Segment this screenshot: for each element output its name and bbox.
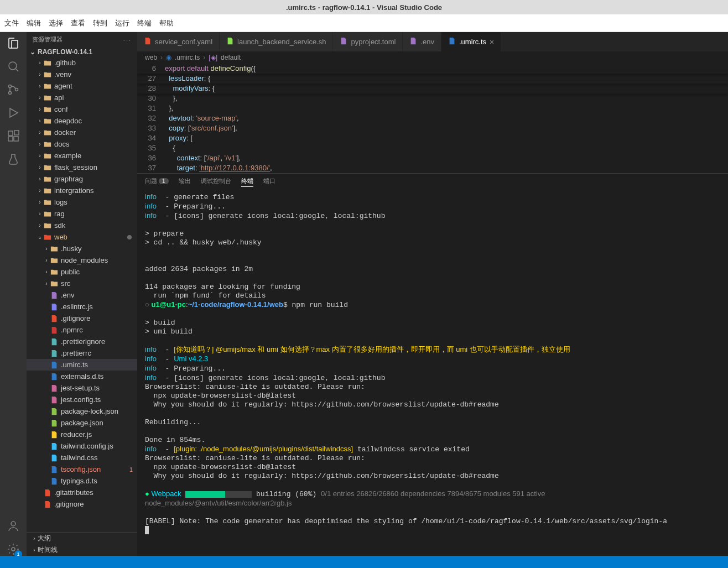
timeline-section[interactable]: ›时间线 <box>27 544 137 556</box>
folder-rag[interactable]: ›rag <box>27 208 137 220</box>
folder-docker[interactable]: ›docker <box>27 127 137 138</box>
folder-agent[interactable]: ›agent <box>27 80 137 92</box>
tab-service_conf.yaml[interactable]: service_conf.yaml <box>137 32 220 51</box>
tab-problems[interactable]: 问题1 <box>145 177 169 187</box>
tab-output[interactable]: 输出 <box>179 177 191 187</box>
folder-graphrag[interactable]: ›graphrag <box>27 173 137 185</box>
svg-point-3 <box>15 88 18 91</box>
tab-.umirc.ts[interactable]: .umirc.ts× <box>441 32 501 51</box>
terminal-output[interactable]: info - generate files info - Preparing..… <box>137 190 728 556</box>
window-titlebar: .umirc.ts - ragflow-0.14.1 - Visual Stud… <box>0 0 728 14</box>
file-tailwind.config.js[interactable]: tailwind.config.js <box>27 440 137 452</box>
folder-public[interactable]: ›public <box>27 266 137 278</box>
file-.prettierignore[interactable]: .prettierignore <box>27 336 137 347</box>
file-package.json[interactable]: package.json <box>27 417 137 429</box>
folder-sdk[interactable]: ›sdk <box>27 220 137 231</box>
menu-帮助[interactable]: 帮助 <box>159 18 174 28</box>
file-.eslintrc.js[interactable]: .eslintrc.js <box>27 301 137 312</box>
close-icon[interactable]: × <box>490 38 494 46</box>
folder-flask_session[interactable]: ›flask_session <box>27 161 137 173</box>
svg-point-0 <box>9 62 17 70</box>
svg-rect-5 <box>8 137 13 141</box>
workspace-root[interactable]: ⌄RAGFLOW-0.14.1 <box>27 47 137 57</box>
settings-icon[interactable] <box>7 543 20 556</box>
file-.gitignore[interactable]: .gitignore <box>27 312 137 324</box>
tab-debug-console[interactable]: 调试控制台 <box>201 177 231 187</box>
svg-point-2 <box>9 92 12 95</box>
explorer-title: 资源管理器 <box>32 35 63 44</box>
file-.umirc.ts[interactable]: .umirc.ts <box>27 359 137 371</box>
file-tailwind.css[interactable]: tailwind.css <box>27 452 137 463</box>
folder-.github[interactable]: ›.github <box>27 57 137 69</box>
explorer-more-icon[interactable]: ··· <box>123 37 132 43</box>
file-.gitignore[interactable]: .gitignore <box>27 498 137 510</box>
outline-section[interactable]: ›大纲 <box>27 533 137 544</box>
svg-rect-4 <box>8 131 13 136</box>
file-jest-setup.ts[interactable]: jest-setup.ts <box>27 382 137 394</box>
menu-查看[interactable]: 查看 <box>71 18 85 28</box>
menu-文件[interactable]: 文件 <box>4 18 19 28</box>
file-.npmrc[interactable]: .npmrc <box>27 324 137 336</box>
activity-bar <box>0 32 27 556</box>
folder-conf[interactable]: ›conf <box>27 103 137 115</box>
search-icon[interactable] <box>7 60 20 73</box>
menu-bar: 文件编辑选择查看转到运行终端帮助 <box>0 14 728 32</box>
folder-logs[interactable]: ›logs <box>27 196 137 208</box>
tab-.env[interactable]: .env <box>403 32 441 51</box>
explorer-icon[interactable] <box>7 37 20 50</box>
explorer-sidebar: 资源管理器··· ⌄RAGFLOW-0.14.1 ›.github›.venv›… <box>27 32 137 556</box>
svg-rect-6 <box>14 137 18 141</box>
folder-node_modules[interactable]: ›node_modules <box>27 254 137 266</box>
folder-src[interactable]: ›src <box>27 278 137 289</box>
folder-docs[interactable]: ›docs <box>27 138 137 150</box>
bottom-panel: 问题1 输出 调试控制台 终端 端口 info - generate files… <box>137 173 728 556</box>
breadcrumb[interactable]: web› ◉.umirc.ts› [◈]default <box>137 51 728 64</box>
folder-example[interactable]: ›example <box>27 150 137 161</box>
menu-终端[interactable]: 终端 <box>137 18 152 28</box>
file-reducer.js[interactable]: reducer.js <box>27 429 137 440</box>
menu-转到[interactable]: 转到 <box>93 18 107 28</box>
file-.gitattributes[interactable]: .gitattributes <box>27 487 137 498</box>
file-externals.d.ts[interactable]: externals.d.ts <box>27 371 137 382</box>
source-control-icon[interactable] <box>7 83 20 96</box>
editor-tabs: service_conf.yamllaunch_backend_service.… <box>137 32 728 51</box>
file-jest.config.ts[interactable]: jest.config.ts <box>27 394 137 405</box>
file-typings.d.ts[interactable]: typings.d.ts <box>27 475 137 487</box>
folder-api[interactable]: ›api <box>27 92 137 103</box>
testing-icon[interactable] <box>7 153 20 166</box>
extensions-icon[interactable] <box>7 129 20 143</box>
file-.prettierrc[interactable]: .prettierrc <box>27 347 137 359</box>
folder-.husky[interactable]: ›.husky <box>27 243 137 254</box>
folder-web[interactable]: ⌄web <box>27 231 137 243</box>
svg-point-8 <box>11 522 15 526</box>
file-package-lock.json[interactable]: package-lock.json <box>27 405 137 417</box>
folder-.venv[interactable]: ›.venv <box>27 69 137 80</box>
accounts-icon[interactable] <box>7 519 20 533</box>
tab-launch_backend_service.sh[interactable]: launch_backend_service.sh <box>220 32 333 51</box>
status-bar[interactable] <box>0 556 728 568</box>
folder-deepdoc[interactable]: ›deepdoc <box>27 115 137 127</box>
code-editor[interactable]: 6export default defineConfig({27 lessLoa… <box>137 64 728 173</box>
svg-point-9 <box>12 548 15 551</box>
menu-编辑[interactable]: 编辑 <box>27 18 41 28</box>
tab-pyproject.toml[interactable]: pyproject.toml <box>333 32 403 51</box>
menu-选择[interactable]: 选择 <box>49 18 63 28</box>
tab-terminal[interactable]: 终端 <box>241 177 253 187</box>
file-tsconfig.json[interactable]: tsconfig.json1 <box>27 463 137 475</box>
svg-rect-7 <box>14 131 19 135</box>
run-debug-icon[interactable] <box>7 106 20 119</box>
tab-ports[interactable]: 端口 <box>263 177 275 187</box>
file-.env[interactable]: .env <box>27 289 137 301</box>
menu-运行[interactable]: 运行 <box>115 18 129 28</box>
svg-point-1 <box>9 85 12 88</box>
folder-intergrations[interactable]: ›intergrations <box>27 185 137 196</box>
